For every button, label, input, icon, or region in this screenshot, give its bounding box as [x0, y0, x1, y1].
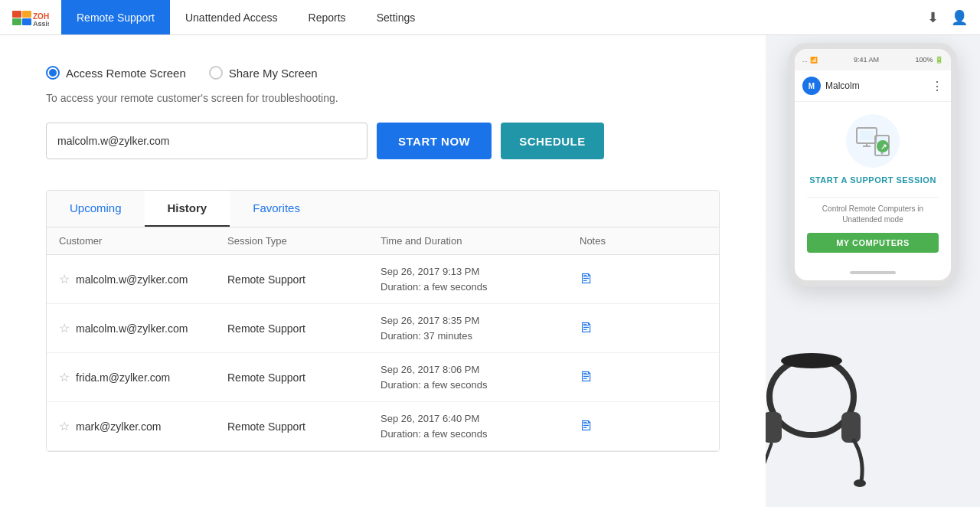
- radio-dot-access: [49, 69, 57, 77]
- subtitle-text: To access your remote customer's screen …: [46, 92, 720, 104]
- headset-decoration: [766, 351, 934, 507]
- svg-line-20: [766, 443, 772, 481]
- input-row: START NOW SCHEDULE: [46, 123, 720, 159]
- radio-label-share: Share My Screen: [229, 67, 318, 80]
- right-panel: ... 📶 9:41 AM 100% 🔋 M Malcolm ⋮: [766, 35, 980, 507]
- my-computers-button[interactable]: MY COMPUTERS: [807, 233, 939, 253]
- tab-history[interactable]: History: [145, 191, 230, 227]
- svg-rect-3: [22, 18, 31, 25]
- svg-rect-7: [860, 131, 874, 140]
- more-options-icon[interactable]: ⋮: [931, 79, 943, 93]
- user-icon[interactable]: 👤: [951, 9, 968, 26]
- schedule-button[interactable]: SCHEDULE: [501, 123, 604, 159]
- table-row: ☆ mark@zylker.com Remote Support Sep 26,…: [47, 402, 719, 451]
- customer-email: frida.m@zylker.com: [76, 371, 170, 384]
- phone-app-bar: M Malcolm ⋮: [795, 70, 951, 102]
- radio-circle-access: [46, 66, 60, 80]
- customer-cell: ☆ malcolm.w@zylker.com: [59, 321, 227, 335]
- zoho-assist-logo-svg: ZOHO Assist: [12, 9, 49, 26]
- nav-item-reports[interactable]: Reports: [293, 0, 361, 34]
- note-icon[interactable]: 🖹: [580, 320, 593, 335]
- left-panel: Access Remote Screen Share My Screen To …: [0, 35, 766, 507]
- notes-cell: 🖹: [580, 320, 641, 336]
- phone-mockup: ... 📶 9:41 AM 100% 🔋 M Malcolm ⋮: [789, 43, 957, 286]
- table-row: ☆ malcolm.w@zylker.com Remote Support Se…: [47, 255, 719, 304]
- svg-point-19: [781, 353, 842, 368]
- notes-cell: 🖹: [580, 271, 641, 287]
- time-cell: Sep 26, 2017 8:35 PMDuration: 37 minutes: [381, 313, 580, 343]
- nav-item-remote-support[interactable]: Remote Support: [61, 0, 170, 34]
- note-icon[interactable]: 🖹: [580, 271, 593, 286]
- phone-footer-text: Control Remote Computers in Unattended m…: [807, 204, 939, 225]
- svg-rect-0: [12, 11, 21, 18]
- phone-status-bar: ... 📶 9:41 AM 100% 🔋: [795, 49, 951, 70]
- svg-text:Assist: Assist: [33, 20, 49, 26]
- nav-items: Remote Support Unattended Access Reports…: [61, 0, 430, 34]
- radio-circle-share: [209, 66, 223, 80]
- app-logo: ZOHO Assist: [12, 9, 49, 26]
- time-cell: Sep 26, 2017 9:13 PMDuration: a few seco…: [381, 264, 580, 294]
- col-customer: Customer: [59, 235, 227, 247]
- navbar: ZOHO Assist Remote Support Unattended Ac…: [0, 0, 980, 35]
- main-content: Access Remote Screen Share My Screen To …: [0, 35, 980, 507]
- tabs-header: Upcoming History Favorites: [47, 191, 719, 227]
- session-type-cell: Remote Support: [227, 322, 381, 335]
- time-cell: Sep 26, 2017 8:06 PMDuration: a few seco…: [381, 362, 580, 392]
- phone-home-indicator: [795, 265, 951, 280]
- tab-favorites[interactable]: Favorites: [230, 191, 323, 227]
- session-icon-wrap: ↗: [846, 114, 900, 168]
- svg-rect-17: [841, 412, 861, 443]
- table-header: Customer Session Type Time and Duration …: [47, 227, 719, 255]
- phone-user: M Malcolm: [802, 77, 860, 95]
- radio-label-access: Access Remote Screen: [66, 67, 186, 80]
- notes-cell: 🖹: [580, 369, 641, 385]
- note-icon[interactable]: 🖹: [580, 369, 593, 384]
- svg-point-18: [854, 479, 866, 487]
- star-icon[interactable]: ☆: [59, 272, 70, 286]
- nav-right: ⬇ 👤: [927, 9, 980, 26]
- radio-group: Access Remote Screen Share My Screen: [46, 66, 720, 80]
- nav-item-unattended-access[interactable]: Unattended Access: [170, 0, 293, 34]
- star-icon[interactable]: ☆: [59, 321, 70, 335]
- customer-cell: ☆ mark@zylker.com: [59, 419, 227, 433]
- phone-username: Malcolm: [825, 80, 860, 91]
- col-session-type: Session Type: [227, 235, 381, 247]
- session-type-cell: Remote Support: [227, 273, 381, 286]
- nav-item-settings[interactable]: Settings: [361, 0, 431, 34]
- phone-content: ↗ START A SUPPORT SESSION Control Remote…: [795, 102, 951, 265]
- tab-upcoming[interactable]: Upcoming: [47, 191, 145, 227]
- col-notes: Notes: [580, 235, 641, 247]
- email-input[interactable]: [46, 123, 368, 159]
- note-icon[interactable]: 🖹: [580, 418, 593, 433]
- table-row: ☆ frida.m@zylker.com Remote Support Sep …: [47, 353, 719, 402]
- start-now-button[interactable]: START NOW: [377, 123, 492, 159]
- star-icon[interactable]: ☆: [59, 370, 70, 384]
- customer-cell: ☆ frida.m@zylker.com: [59, 370, 227, 384]
- download-icon[interactable]: ⬇: [927, 9, 939, 26]
- svg-rect-2: [12, 18, 21, 25]
- session-label: START A SUPPORT SESSION: [807, 175, 939, 185]
- radio-share-screen[interactable]: Share My Screen: [209, 66, 318, 80]
- phone-time: 9:41 AM: [854, 56, 879, 64]
- phone-divider: [807, 197, 939, 198]
- col-time-duration: Time and Duration: [381, 235, 580, 247]
- svg-point-15: [769, 358, 854, 435]
- customer-email: malcolm.w@zylker.com: [76, 322, 188, 335]
- home-bar: [850, 271, 896, 274]
- headset-svg: [766, 351, 934, 504]
- radio-access-remote[interactable]: Access Remote Screen: [46, 66, 186, 80]
- remote-support-icon: ↗: [854, 122, 892, 160]
- svg-rect-16: [766, 412, 782, 443]
- tabs-container: Upcoming History Favorites Customer Sess…: [46, 190, 720, 452]
- customer-email: mark@zylker.com: [76, 420, 161, 433]
- star-icon[interactable]: ☆: [59, 419, 70, 433]
- phone-battery: 100% 🔋: [915, 56, 943, 64]
- customer-cell: ☆ malcolm.w@zylker.com: [59, 272, 227, 286]
- table-row: ☆ malcolm.w@zylker.com Remote Support Se…: [47, 304, 719, 353]
- time-cell: Sep 26, 2017 6:40 PMDuration: a few seco…: [381, 411, 580, 441]
- table-body: ☆ malcolm.w@zylker.com Remote Support Se…: [47, 255, 719, 451]
- session-type-cell: Remote Support: [227, 420, 381, 433]
- phone-signal: ... 📶: [802, 57, 818, 64]
- session-type-cell: Remote Support: [227, 371, 381, 384]
- logo-area: ZOHO Assist: [0, 0, 61, 34]
